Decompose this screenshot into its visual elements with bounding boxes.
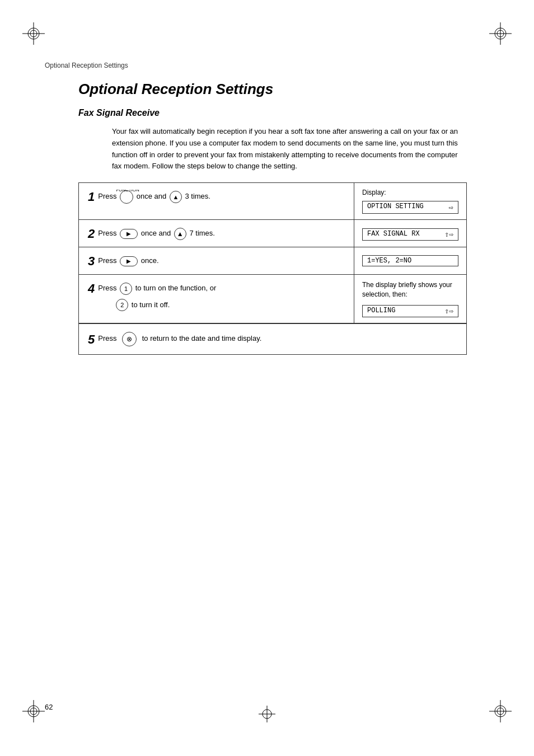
step-1-instruction: Press FUNCTION once and ▲ 3 times. <box>98 192 210 200</box>
step-5-number: 5 <box>88 334 95 346</box>
step-2-right: FAX SIGNAL RX ⇧⇨ <box>354 220 466 247</box>
step-3-right: 1=YES, 2=NO <box>354 247 466 272</box>
one-button-icon: ▲ <box>174 228 186 240</box>
display-label-1: Display: <box>362 189 458 196</box>
function-button-icon: FUNCTION <box>120 190 133 204</box>
arrow-updown-4: ⇧⇨ <box>444 307 453 316</box>
step-row-1: 1 Press FUNCTION once and ▲ 3 times. <box>79 183 466 220</box>
step-2-instruction: Press ▶ once and ▲ 7 times. <box>98 229 215 237</box>
arrow-right-1: ⇨ <box>449 203 453 212</box>
step-2-number: 2 <box>88 228 95 240</box>
step-4-left: 4 Press 1 to turn on the function, or 2 … <box>79 275 354 323</box>
step-row-4: 4 Press 1 to turn on the function, or 2 … <box>79 275 466 323</box>
step-3-number: 3 <box>88 255 95 267</box>
menu-button-icon-2: ▶ <box>120 229 138 239</box>
display-box-4: POLLING ⇧⇨ <box>362 305 458 317</box>
step-row-2: 2 Press ▶ once and ▲ 7 times. FAX SIGNAL… <box>79 220 466 247</box>
section-title: Fax Signal Receive <box>78 108 489 118</box>
display-box-1: OPTION SETTING ⇨ <box>362 201 458 214</box>
two-key-icon: 2 <box>116 299 128 311</box>
intro-text: Your fax will automatically begin recept… <box>112 126 467 172</box>
step-3-content: Press ▶ once. <box>98 254 345 267</box>
stop-button-icon: ⊗ <box>122 332 137 346</box>
step-4-instruction: Press 1 to turn on the function, or <box>98 284 216 292</box>
step-4-sub: 2 to turn it off. <box>115 298 345 312</box>
step-2-content: Press ▶ once and ▲ 7 times. <box>98 227 345 240</box>
steps-table: 1 Press FUNCTION once and ▲ 3 times. <box>78 182 467 355</box>
display-value-1: OPTION SETTING <box>367 203 424 210</box>
display-label-4: The display briefly shows your selection… <box>362 280 458 299</box>
step-1-text-times: 3 times. <box>185 192 210 200</box>
display-box-3: 1=YES, 2=NO <box>362 255 458 266</box>
step-3-instruction: Press ▶ once. <box>98 256 158 265</box>
breadcrumb: Optional Reception Settings <box>45 62 489 69</box>
step-1-left: 1 Press FUNCTION once and ▲ 3 times. <box>79 183 354 219</box>
step-row-3: 3 Press ▶ once. 1=YES, 2=NO <box>79 247 466 275</box>
step-1-text-once: once and <box>137 192 168 200</box>
step-5-instruction: Press STOP ⊗ to return to the date and t… <box>98 332 261 346</box>
display-value-2: FAX SIGNAL RX <box>367 230 420 238</box>
display-value-4: POLLING <box>367 307 395 314</box>
display-box-2: FAX SIGNAL RX ⇧⇨ <box>362 228 458 241</box>
function-label: FUNCTION <box>116 190 139 196</box>
up-button-icon: ▲ <box>170 191 182 203</box>
step-row-5: 5 Press STOP ⊗ to return to the date and… <box>79 323 466 354</box>
step-4-number: 4 <box>88 283 95 295</box>
step-4-right: The display briefly shows your selection… <box>354 275 466 323</box>
step-1-number: 1 <box>88 191 95 203</box>
step-5-content: Press STOP ⊗ to return to the date and t… <box>98 332 261 346</box>
one-key-icon: 1 <box>120 283 132 295</box>
display-value-3: 1=YES, 2=NO <box>367 257 411 265</box>
display-wrapper-2: FAX SIGNAL RX ⇧⇨ <box>362 226 458 241</box>
step-2-left: 2 Press ▶ once and ▲ 7 times. <box>79 220 354 247</box>
menu-button-icon-3: ▶ <box>120 256 138 266</box>
step-1-right: Display: OPTION SETTING ⇨ <box>354 183 466 219</box>
step-3-left: 3 Press ▶ once. <box>79 247 354 274</box>
page-number: 62 <box>45 703 53 711</box>
step-1-content: Press FUNCTION once and ▲ 3 times. <box>98 190 345 204</box>
arrow-updown-2: ⇧⇨ <box>444 230 453 239</box>
step-4-content: Press 1 to turn on the function, or 2 to… <box>98 281 345 311</box>
page-title: Optional Reception Settings <box>78 81 489 98</box>
